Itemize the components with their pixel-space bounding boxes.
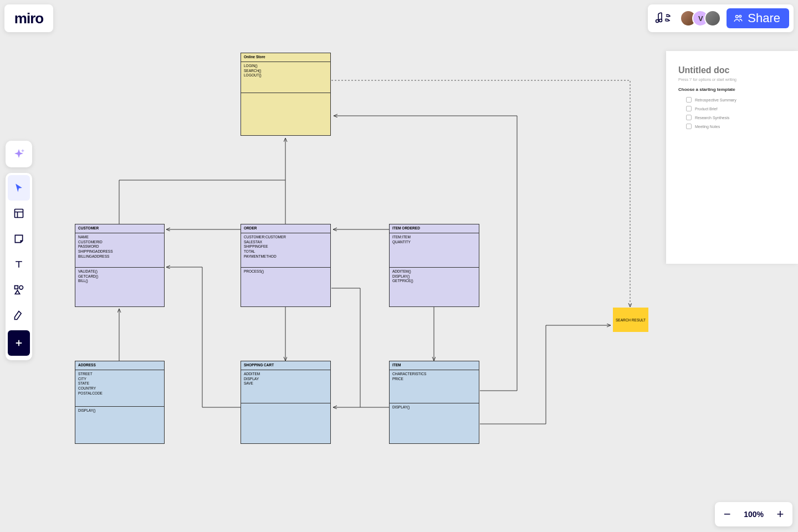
class-title: ITEM xyxy=(390,361,479,370)
plus-icon xyxy=(14,338,24,348)
music-icon[interactable] xyxy=(652,8,674,28)
cursor-icon xyxy=(13,182,24,193)
tool-pen[interactable] xyxy=(8,303,30,328)
svg-point-3 xyxy=(739,15,741,17)
tool-add[interactable] xyxy=(8,330,30,356)
node-search-result[interactable]: SEARCH RESULT xyxy=(613,308,648,332)
class-methods: DISPLAY() xyxy=(75,407,164,418)
zoom-out-button[interactable]: − xyxy=(719,507,735,522)
class-attrs: ADDITEM DISPLAY SAVE xyxy=(241,370,330,403)
class-title: SHOPPING CART xyxy=(241,361,330,370)
class-online-store[interactable]: Online Store LOGIN() SEARCH() LOGOUT() xyxy=(241,53,331,136)
doc-section-header: Choose a starting template xyxy=(678,87,786,92)
class-methods: ADDITEM() DISPLAY() GETPRICE() xyxy=(390,268,479,285)
logo[interactable]: miro xyxy=(4,4,53,32)
tool-select[interactable] xyxy=(8,175,30,201)
sticky-note-icon xyxy=(13,233,24,244)
text-icon xyxy=(13,259,24,270)
tool-text[interactable] xyxy=(8,252,30,277)
topbar: V Share xyxy=(648,4,794,32)
class-attrs: NAME CUSTOMERID PASSWORD SHIPPINGADDRESS… xyxy=(75,233,164,268)
sparkle-icon xyxy=(12,147,25,161)
svg-point-0 xyxy=(656,20,659,23)
pen-icon xyxy=(13,310,24,321)
class-attrs: STREET CITY STATE COUNTRY POSTALCODE xyxy=(75,370,164,407)
svg-point-1 xyxy=(659,19,662,22)
class-customer[interactable]: CUSTOMER NAME CUSTOMERID PASSWORD SHIPPI… xyxy=(75,224,165,307)
doc-template-item[interactable]: Retrospective Summary xyxy=(678,95,786,104)
svg-point-2 xyxy=(736,16,739,18)
zoom-in-button[interactable]: + xyxy=(773,507,788,522)
doc-hint: Press '/' for options or start writing xyxy=(678,78,786,81)
doc-template-item[interactable]: Product Brief xyxy=(678,104,786,113)
class-attrs: CUSTOMER:CUSTOMER SALESTAX SHIPPINGFEE T… xyxy=(241,233,330,268)
class-order[interactable]: ORDER CUSTOMER:CUSTOMER SALESTAX SHIPPIN… xyxy=(241,224,331,307)
svg-point-6 xyxy=(19,286,23,290)
layout-icon xyxy=(13,208,24,219)
node-label: SEARCH RESULT xyxy=(616,318,646,322)
class-title: ITEM ORDERED xyxy=(390,224,479,233)
tool-sticky[interactable] xyxy=(8,226,30,252)
tool-ai[interactable] xyxy=(6,141,32,167)
class-item[interactable]: ITEM CHARACTERISTICS PRICE DISPLAY() xyxy=(389,361,479,444)
doc-title: Untitled doc xyxy=(678,65,786,75)
class-title: ADDRESS xyxy=(75,361,164,370)
doc-panel[interactable]: Untitled doc Press '/' for options or st… xyxy=(666,51,798,264)
toolbar xyxy=(6,173,32,360)
people-icon xyxy=(733,13,743,23)
class-methods: PROCESS() xyxy=(241,268,330,279)
class-methods: LOGIN() SEARCH() LOGOUT() xyxy=(241,62,330,93)
class-attrs: ITEM:ITEM QUANTITY xyxy=(390,233,479,268)
tool-shapes[interactable] xyxy=(8,277,30,303)
doc-template-item[interactable]: Research Synthesis xyxy=(678,113,786,122)
svg-rect-4 xyxy=(15,209,23,218)
share-button[interactable]: Share xyxy=(727,8,789,28)
class-shopping-cart[interactable]: SHOPPING CART ADDITEM DISPLAY SAVE xyxy=(241,361,331,444)
svg-rect-5 xyxy=(15,286,18,289)
class-methods: VALIDATE() GETCARD() BILL() xyxy=(75,268,164,285)
class-address[interactable]: ADDRESS STREET CITY STATE COUNTRY POSTAL… xyxy=(75,361,165,444)
zoom-controls: − 100% + xyxy=(715,502,792,526)
zoom-level[interactable]: 100% xyxy=(740,510,767,519)
tool-templates[interactable] xyxy=(8,201,30,226)
share-label: Share xyxy=(748,11,780,25)
doc-template-item[interactable]: Meeting Notes xyxy=(678,122,786,131)
class-item-ordered[interactable]: ITEM ORDERED ITEM:ITEM QUANTITY ADDITEM(… xyxy=(389,224,479,307)
class-methods: DISPLAY() xyxy=(390,403,479,415)
avatar-stack[interactable]: V xyxy=(680,10,721,27)
class-title: CUSTOMER xyxy=(75,224,164,233)
logo-text: miro xyxy=(14,10,43,27)
class-title: Online Store xyxy=(241,53,330,62)
shapes-icon xyxy=(13,284,24,295)
class-attrs: CHARACTERISTICS PRICE xyxy=(390,370,479,403)
avatar[interactable] xyxy=(704,10,721,27)
class-title: ORDER xyxy=(241,224,330,233)
